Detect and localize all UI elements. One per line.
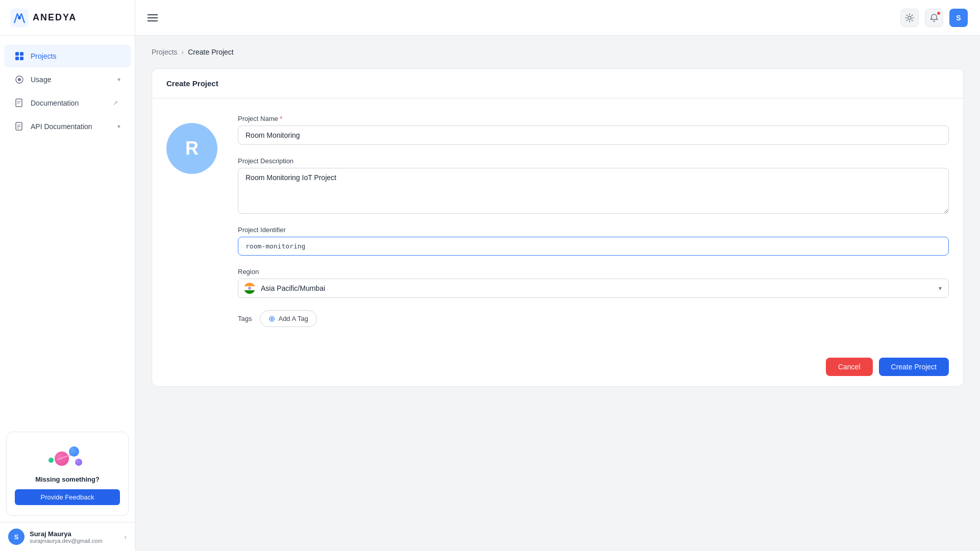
hamburger-menu[interactable] (148, 14, 158, 21)
tags-field: Tags ⊕ Add A Tag (238, 310, 949, 327)
chevron-down-icon: ▾ (117, 76, 120, 83)
cancel-button[interactable]: Cancel (826, 358, 873, 376)
main-content: S Projects › Create Project Create Proje… (135, 0, 980, 551)
breadcrumb-parent[interactable]: Projects (152, 48, 178, 56)
plus-circle-icon: ⊕ (268, 314, 275, 323)
svg-rect-2 (15, 52, 19, 56)
project-name-input[interactable] (238, 126, 949, 145)
notification-button[interactable] (925, 9, 943, 27)
project-identifier-input[interactable] (238, 237, 949, 256)
region-label: Region (238, 268, 949, 276)
topbar-avatar[interactable]: S (949, 9, 968, 27)
project-description-field: Project Description (238, 157, 949, 214)
project-name-label: Project Name * (238, 115, 949, 122)
svg-rect-5 (20, 57, 23, 60)
sidebar-item-documentation[interactable]: Documentation ↗ (4, 92, 131, 114)
project-identifier-label: Project Identifier (238, 226, 949, 234)
region-select-wrapper: Asia Pacific/Mumbai US East/Virginia Eur… (238, 279, 949, 298)
sidebar-item-label: Usage (31, 76, 51, 84)
chevron-down-icon: ▾ (117, 123, 120, 130)
user-info: Suraj Maurya surajmaurya.dev@gmail.com (30, 530, 119, 544)
breadcrumb: Projects › Create Project (152, 48, 964, 56)
breadcrumb-separator: › (182, 48, 184, 56)
form-body: R Project Name * Project Description (152, 98, 963, 343)
sidebar-item-label: API Documentation (31, 122, 92, 131)
sidebar-item-api-documentation[interactable]: API Documentation ▾ (4, 115, 131, 138)
breadcrumb-current: Create Project (188, 48, 233, 56)
user-avatar: S (8, 529, 24, 545)
svg-point-7 (18, 78, 21, 81)
topbar-actions: S (900, 9, 968, 27)
grid-icon (14, 51, 24, 61)
tags-label: Tags (238, 315, 252, 322)
region-field: Region (238, 268, 949, 298)
provide-feedback-button[interactable]: Provide Feedback (15, 489, 120, 505)
feedback-title: Missing something? (35, 475, 100, 483)
form-title: Create Project (152, 69, 963, 98)
svg-rect-4 (15, 57, 19, 60)
sidebar-item-label: Documentation (31, 99, 79, 107)
sidebar-item-label: Projects (31, 52, 57, 60)
project-name-field: Project Name * (238, 115, 949, 145)
page-content: Projects › Create Project Create Project… (135, 36, 980, 551)
api-doc-icon (14, 121, 24, 132)
sidebar-item-projects[interactable]: Projects (4, 45, 131, 67)
india-flag (244, 283, 255, 294)
feedback-illustration (44, 442, 90, 475)
project-avatar: R (166, 123, 217, 174)
brand-name: ANEDYA (33, 12, 77, 23)
svg-point-1 (18, 16, 21, 19)
user-name: Suraj Maurya (30, 530, 119, 538)
gear-icon (905, 13, 914, 22)
user-profile[interactable]: S Suraj Maurya surajmaurya.dev@gmail.com… (0, 522, 135, 551)
project-description-input[interactable] (238, 168, 949, 214)
logo-icon (10, 9, 29, 27)
svg-point-10 (908, 16, 911, 19)
external-link-icon: ↗ (110, 98, 120, 108)
svg-point-14 (250, 288, 250, 289)
svg-rect-3 (20, 52, 23, 56)
form-actions: Cancel Create Project (152, 347, 963, 386)
sidebar-nav: Projects Usage ▾ Documentation ↗ (0, 36, 135, 425)
create-project-form: Create Project R Project Name * Proj (152, 68, 964, 387)
project-description-label: Project Description (238, 157, 949, 165)
sidebar-item-usage[interactable]: Usage ▾ (4, 68, 131, 91)
topbar: S (135, 0, 980, 36)
feedback-card: Missing something? Provide Feedback (6, 432, 129, 516)
form-fields: Project Name * Project Description Proje… (238, 115, 949, 327)
logo: ANEDYA (0, 0, 135, 36)
circle-dot-icon (14, 74, 24, 85)
project-identifier-field: Project Identifier (238, 226, 949, 256)
sidebar: ANEDYA Projects Usage ▾ (0, 0, 135, 551)
create-project-button[interactable]: Create Project (879, 358, 949, 376)
doc-icon (14, 98, 24, 108)
user-email: surajmaurya.dev@gmail.com (30, 538, 119, 544)
region-select[interactable]: Asia Pacific/Mumbai US East/Virginia Eur… (238, 279, 949, 298)
settings-button[interactable] (900, 9, 919, 27)
user-chevron-icon: › (124, 533, 127, 541)
add-tag-button[interactable]: ⊕ Add A Tag (260, 310, 316, 327)
